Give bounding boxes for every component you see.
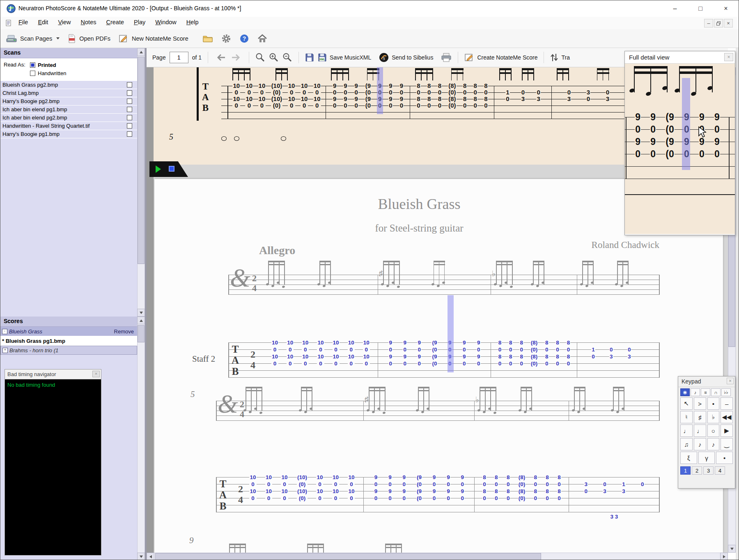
stop-button[interactable] xyxy=(169,166,174,172)
tab-measure[interactable]: 909090909090(9(0(9(0909090909090 xyxy=(378,339,491,367)
keypad-button[interactable]: > xyxy=(694,397,706,410)
tab-note-column[interactable]: 8080 xyxy=(427,83,431,109)
menu-notes[interactable]: Notes xyxy=(76,17,101,29)
unchecked-checkbox[interactable] xyxy=(30,71,35,76)
tab-note-column[interactable]: 9090 xyxy=(388,474,392,502)
tab-measure[interactable]: 100100100100100100(10)(0)(10)(0)10010010… xyxy=(241,474,364,502)
menu-play[interactable]: Play xyxy=(129,17,150,29)
read-as-option[interactable]: Printed xyxy=(30,61,66,69)
remove-link[interactable]: Remove xyxy=(114,328,135,335)
tab-note-column[interactable]: 9090 xyxy=(388,339,392,367)
tab-note-column[interactable]: (10)(0)(10)(0) xyxy=(271,83,283,109)
save-button[interactable] xyxy=(305,53,314,62)
full-detail-close-icon[interactable]: × xyxy=(724,53,733,61)
tab-note-column[interactable]: 9090 xyxy=(399,83,404,109)
keypad-button[interactable]: • xyxy=(707,397,720,410)
tab-note-column[interactable]: (8)(0)(8)(0) xyxy=(448,83,456,109)
scan-file-checkbox[interactable] xyxy=(127,115,132,120)
expand-toggle-icon[interactable]: - xyxy=(2,329,7,334)
tab-note-column[interactable]: 9090 xyxy=(403,339,407,367)
tab-note-column[interactable]: 100100 xyxy=(333,339,340,367)
keypad-button[interactable]: ♫ xyxy=(680,438,693,450)
scan-file-row[interactable]: Harry's Boogie pg2.bmp xyxy=(0,97,137,106)
score-row[interactable]: * Blueish Grass pg1.bmp xyxy=(0,336,137,346)
tab-measure[interactable]: 100303 xyxy=(494,83,552,109)
tab-note-column[interactable]: (9(0(9(0 xyxy=(431,339,437,367)
scroll-right-icon[interactable] xyxy=(720,553,728,560)
tab-note-column[interactable]: 9090 xyxy=(462,339,466,367)
scan-file-row[interactable]: Harry's Boogie pg1.bmp xyxy=(0,130,137,138)
note-group[interactable] xyxy=(434,261,445,289)
tab-note-column[interactable]: 03 xyxy=(606,83,610,109)
tab-note-column[interactable]: 8080 xyxy=(545,339,549,367)
keypad-button[interactable]: ξ xyxy=(680,452,697,464)
tab-note-column[interactable]: 100100 xyxy=(301,83,308,109)
tab-note-column[interactable]: 30 xyxy=(586,83,590,109)
tab-note-column[interactable]: (8)(0)(8)(0) xyxy=(518,474,526,502)
scan-file-row[interactable]: Handwritten - Ravel String Quartet.tif xyxy=(0,122,137,130)
scan-file-checkbox[interactable] xyxy=(127,123,132,129)
tab-note-column[interactable]: 100100 xyxy=(302,339,309,367)
menu-view[interactable]: View xyxy=(53,17,76,29)
tab-note-column[interactable]: 100100 xyxy=(317,339,324,367)
tab-note-column[interactable]: 9090 xyxy=(446,474,450,502)
tab-note-column[interactable]: 9090 xyxy=(477,339,481,367)
tab-note-column[interactable]: 9090 xyxy=(333,83,337,109)
tab-note-column[interactable]: 03 xyxy=(521,83,525,109)
note-group[interactable] xyxy=(385,544,402,553)
tab-measure[interactable]: 808080808080(8)(0)(8)(0)808080808080 xyxy=(491,339,577,367)
note-group[interactable] xyxy=(574,387,585,415)
note-group[interactable] xyxy=(246,387,262,415)
keypad-button[interactable]: ‿ xyxy=(721,438,733,450)
tab-measure[interactable]: 909090909090(9(0(9(0909090909090 xyxy=(326,83,410,109)
scroll-down-icon[interactable] xyxy=(728,545,736,553)
new-notateme-button[interactable]: New NotateMe Score xyxy=(119,34,188,43)
tab-measure[interactable]: 1001001001001001001001001001001001001001… xyxy=(263,339,378,367)
scroll-down-icon[interactable] xyxy=(137,553,145,560)
note-group[interactable] xyxy=(634,66,668,97)
tab-note-column[interactable]: (10)(0)(10)(0) xyxy=(297,474,308,502)
tab-note-column[interactable]: 9090 xyxy=(714,111,720,160)
open-pdfs-button[interactable]: Open PDFs xyxy=(68,34,110,43)
keypad-tab[interactable]: 2 xyxy=(692,466,702,475)
tab-note-column[interactable]: 10 xyxy=(505,83,509,109)
tab-note-column[interactable]: 9090 xyxy=(354,83,358,109)
tab-note-column[interactable]: 9090 xyxy=(388,83,392,109)
keypad-button[interactable]: – xyxy=(721,397,733,410)
home-button[interactable] xyxy=(257,34,267,43)
send-to-sibelius-button[interactable]: S Send to Sibelius xyxy=(379,53,433,62)
scan-file-row[interactable]: Ich aber bin elend pg2.bmp xyxy=(0,114,137,122)
keypad-button[interactable]: ♯ xyxy=(694,411,706,423)
tab-note-column[interactable]: 8080 xyxy=(519,339,523,367)
menu-window[interactable]: Window xyxy=(150,17,181,29)
keypad-button[interactable]: • xyxy=(716,452,733,464)
tab-note-column[interactable]: 13 xyxy=(622,474,626,502)
keypad-button[interactable]: ▶ xyxy=(721,425,733,437)
note-group[interactable] xyxy=(307,544,324,553)
tab-note-column[interactable]: 03 xyxy=(536,83,540,109)
previous-page-button[interactable] xyxy=(214,53,227,62)
tab-note-column[interactable]: 8080 xyxy=(484,83,488,109)
note-group[interactable] xyxy=(319,261,331,289)
expand-toggle-icon[interactable]: + xyxy=(2,348,8,353)
tab-note-column[interactable]: 8080 xyxy=(494,474,498,502)
tab-note-column[interactable]: 9090 xyxy=(343,83,347,109)
scan-file-checkbox[interactable] xyxy=(127,99,132,104)
keypad-tab[interactable]: 3 xyxy=(703,466,714,475)
bad-timing-close-icon[interactable]: × xyxy=(92,371,100,377)
tab-note-column[interactable]: 8080 xyxy=(555,339,560,367)
tab-note-column[interactable]: 30 xyxy=(584,474,588,502)
tab-note-column[interactable]: 9090 xyxy=(417,339,421,367)
tab-note-column[interactable]: 03 xyxy=(627,339,631,367)
full-detail-panel[interactable]: Full detail view × 90909090(9(0(9(090909… xyxy=(624,51,735,235)
tab-note-column[interactable]: 8080 xyxy=(567,339,571,367)
note-group[interactable] xyxy=(582,261,594,289)
scan-file-checkbox[interactable] xyxy=(127,90,132,96)
scan-file-row[interactable]: Christ Lag.bmp xyxy=(0,89,137,97)
tab-note-column[interactable]: 8080 xyxy=(509,339,513,367)
horizontal-scrollbar-thumb[interactable] xyxy=(155,553,541,560)
tab-note-column[interactable]: 8080 xyxy=(534,474,538,502)
keypad-panel[interactable]: Keypad × ◉♪≡∩♭♭ ↖>•–♮♯♭◀◀♩♩○▶♫♪♪‿ξγ• 123… xyxy=(678,376,735,489)
tab-note-column[interactable]: 8080 xyxy=(482,474,487,502)
tab-measure[interactable]: 808080808080(8)(0)(8)(0)808080808080 xyxy=(410,83,494,109)
